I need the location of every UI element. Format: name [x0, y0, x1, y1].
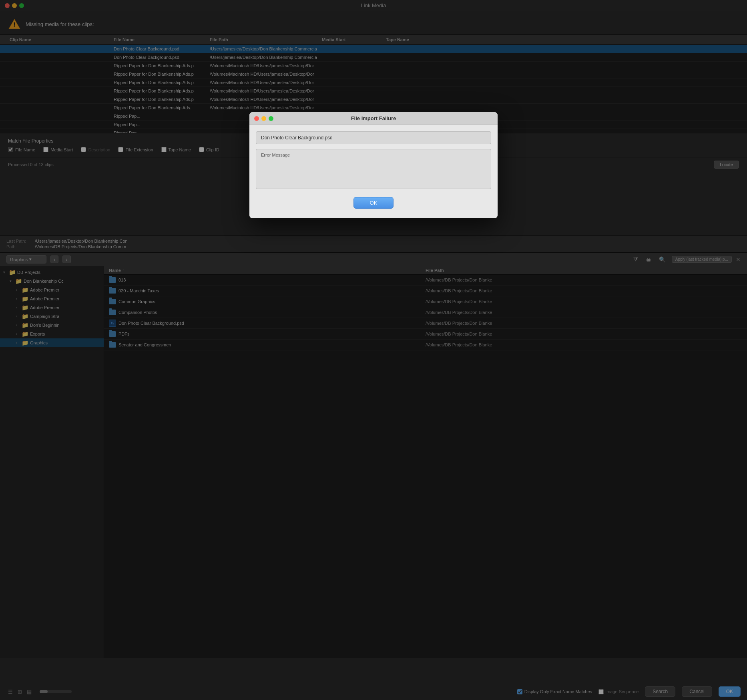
modal-title-bar: File Import Failure [249, 112, 498, 125]
modal-ok-row: OK [256, 194, 491, 212]
modal-title: File Import Failure [351, 115, 396, 121]
modal-minimize-button[interactable] [261, 116, 266, 121]
modal-body: Don Photo Clear Background.psd Error Mes… [249, 125, 498, 218]
file-import-failure-dialog: File Import Failure Don Photo Clear Back… [249, 112, 498, 218]
modal-error-label: Error Message [256, 149, 491, 161]
modal-traffic-lights [254, 116, 273, 121]
modal-content-area: Error Message [256, 149, 491, 189]
modal-close-button[interactable] [254, 116, 259, 121]
modal-ok-button[interactable]: OK [353, 197, 394, 209]
modal-filename: Don Photo Clear Background.psd [256, 131, 491, 144]
modal-overlay: File Import Failure Don Photo Clear Back… [0, 0, 747, 700]
modal-maximize-button[interactable] [269, 116, 273, 121]
